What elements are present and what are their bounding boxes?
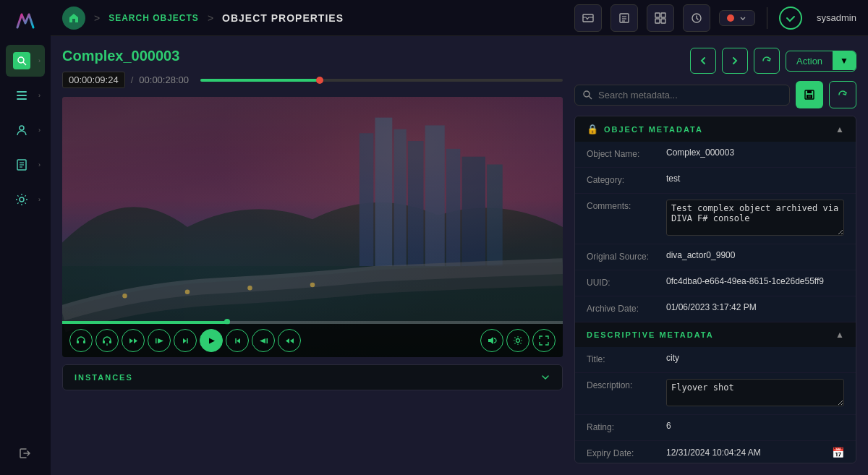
sidebar: › › › [0, 0, 51, 475]
timeline-fill [200, 79, 320, 82]
metadata-reset-button[interactable] [829, 81, 856, 108]
username-label: sysadmin [817, 12, 856, 23]
main-area: > SEARCH OBJECTS > OBJECT PROPERTIES [51, 0, 868, 475]
video-time-bar: 00:00:09:24 / 00:00:28:00 [62, 72, 563, 88]
grid-button[interactable] [647, 4, 674, 32]
title-value: city [666, 353, 844, 363]
sidebar-item-search[interactable]: › [6, 45, 45, 77]
uuid-field: UUID: 0fc4dba0-e664-49ea-8615-1ce26de55f… [575, 270, 856, 296]
sidebar-chevron-1: › [38, 57, 41, 64]
logout-button[interactable] [6, 437, 45, 469]
navbar-divider [767, 7, 767, 29]
record-indicator[interactable] [719, 10, 755, 26]
sidebar-item-list[interactable]: › [6, 80, 45, 111]
breadcrumb-search[interactable]: SEARCH OBJECTS [109, 13, 199, 23]
svg-rect-2 [17, 91, 27, 93]
audio-track-button[interactable] [95, 329, 119, 352]
action-dropdown[interactable]: Action ▼ [786, 51, 856, 72]
fast-rewind-button[interactable] [122, 329, 145, 352]
player-settings-button[interactable] [506, 329, 529, 352]
next-object-button[interactable] [722, 48, 748, 74]
fullscreen-button[interactable] [532, 329, 556, 352]
video-controls-bar [62, 324, 563, 357]
home-button[interactable] [62, 7, 85, 30]
lock-icon: 🔒 [587, 124, 598, 134]
record-dot [727, 14, 734, 22]
description-field: Description: Flyover shot [575, 373, 856, 415]
svg-point-34 [310, 283, 315, 287]
history-button[interactable] [683, 4, 710, 32]
metadata-search-row [574, 81, 856, 108]
refresh-button[interactable] [754, 48, 780, 74]
volume-button[interactable] [480, 329, 503, 352]
comments-label: Comments: [587, 200, 666, 211]
calendar-icon[interactable]: 📅 [832, 447, 844, 458]
step-back-button[interactable] [174, 329, 197, 352]
descriptive-metadata-toggle-icon: ▲ [835, 330, 844, 340]
svg-rect-38 [109, 341, 111, 343]
content-area: Complex_000003 00:00:09:24 / 00:00:28:00 [51, 36, 868, 475]
svg-rect-36 [83, 341, 85, 343]
sidebar-item-user[interactable]: › [6, 114, 45, 146]
skip-end-button[interactable] [252, 329, 275, 352]
search-icon [582, 90, 592, 100]
instances-header[interactable]: INSTANCES [63, 365, 562, 390]
sidebar-item-document[interactable]: › [6, 149, 45, 181]
sidebar-chevron-5: › [38, 196, 41, 203]
uuid-label: UUID: [587, 276, 666, 288]
sidebar-item-settings[interactable]: › [6, 184, 45, 215]
action-dropdown-arrow-icon: ▼ [833, 51, 856, 70]
svg-point-44 [516, 339, 520, 343]
app-logo[interactable] [10, 6, 41, 36]
object-metadata-header[interactable]: 🔒 OBJECT METADATA ▲ [575, 116, 856, 142]
expiry-date-field: Expiry Date: 12/31/2024 10:04:24 AM 📅 [575, 441, 856, 463]
svg-rect-25 [393, 129, 406, 266]
time-separator: / [131, 74, 134, 85]
right-panel: Action ▼ [574, 48, 856, 463]
category-value: test [666, 174, 844, 184]
svg-rect-19 [661, 19, 665, 23]
top-navbar: > SEARCH OBJECTS > OBJECT PROPERTIES [51, 0, 868, 36]
descriptive-metadata-header[interactable]: DESCRIPTIVE METADATA ▲ [575, 322, 856, 347]
sidebar-chevron-3: › [38, 127, 41, 134]
skip-start-button[interactable] [148, 329, 171, 352]
svg-rect-30 [487, 165, 503, 267]
video-player[interactable] [62, 97, 563, 357]
prev-object-button[interactable] [690, 48, 716, 74]
svg-point-45 [584, 91, 590, 97]
logo-icon [12, 7, 39, 35]
metadata-search-input[interactable] [598, 90, 782, 100]
svg-rect-3 [17, 95, 27, 96]
original-source-label: Original Source: [587, 250, 666, 262]
original-source-field: Original Source: diva_actor0_9900 [575, 244, 856, 270]
list-icon [13, 87, 30, 104]
archive-date-label: Archive Date: [587, 302, 666, 314]
svg-point-31 [122, 294, 127, 298]
svg-point-32 [185, 290, 190, 294]
breadcrumb-sep-2: > [208, 12, 213, 24]
comments-textarea[interactable]: Test complex object archived via DIVA F#… [666, 200, 844, 236]
action-bar: Action ▼ [574, 48, 856, 74]
svg-rect-48 [807, 90, 812, 93]
metadata-save-button[interactable] [796, 81, 823, 108]
video-scene [62, 97, 563, 357]
inbox-button[interactable] [574, 4, 602, 32]
step-forward-button[interactable] [226, 329, 249, 352]
play-button[interactable] [200, 329, 223, 352]
object-name-field: Object Name: Complex_000003 [575, 142, 856, 168]
description-textarea[interactable]: Flyover shot [666, 379, 844, 406]
svg-rect-17 [661, 13, 665, 17]
svg-rect-18 [655, 19, 660, 23]
timeline-bar[interactable] [200, 79, 563, 82]
title-label: Title: [587, 353, 666, 364]
uuid-value: 0fc4dba0-e664-49ea-8615-1ce26de55ff9 [666, 276, 844, 286]
archive-date-field: Archive Date: 01/06/2023 3:17:42 PM [575, 296, 856, 322]
clipboard-button[interactable] [610, 4, 638, 32]
svg-rect-28 [446, 149, 460, 266]
title-field: Title: city [575, 347, 856, 373]
fast-forward-button[interactable] [278, 329, 301, 352]
settings-icon [13, 191, 30, 208]
headphones-button[interactable] [69, 329, 93, 352]
svg-rect-29 [462, 157, 485, 266]
record-chevron-icon [739, 14, 747, 22]
